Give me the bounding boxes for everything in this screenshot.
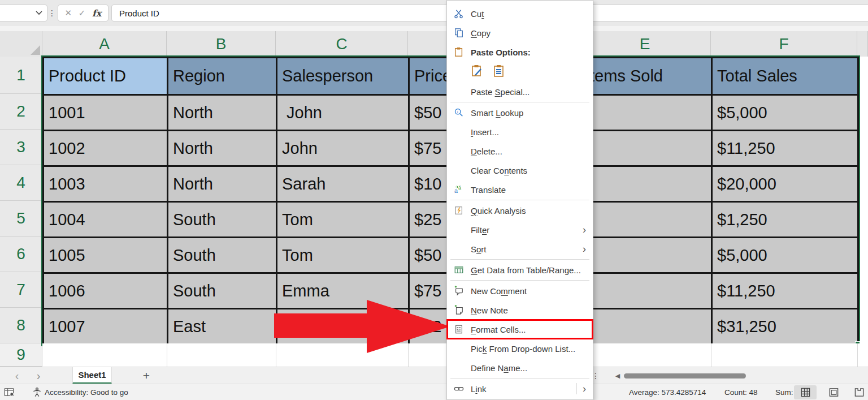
menu-item-smart-lookup[interactable]: i Smart Lookup bbox=[447, 103, 593, 122]
page-layout-view-button[interactable] bbox=[822, 385, 845, 399]
prev-sheet-button[interactable]: ‹ bbox=[11, 367, 23, 384]
table-cell[interactable]: North bbox=[168, 131, 277, 167]
horizontal-scrollbar-thumb[interactable] bbox=[624, 373, 746, 379]
table-cell[interactable] bbox=[581, 309, 713, 345]
column-header-a[interactable]: A bbox=[42, 31, 167, 57]
row-header-2[interactable]: 2 bbox=[0, 94, 42, 130]
table-cell[interactable] bbox=[581, 238, 713, 274]
header-cell[interactable]: Product ID bbox=[44, 58, 168, 96]
row-header-1[interactable]: 1 bbox=[0, 57, 42, 94]
menu-item-copy[interactable]: Copy bbox=[447, 23, 593, 42]
row-header-7[interactable]: 7 bbox=[0, 272, 42, 308]
row-header-4[interactable]: 4 bbox=[0, 165, 42, 201]
header-cell[interactable]: Region bbox=[168, 58, 277, 96]
menu-item-label: Paste Options: bbox=[471, 48, 593, 57]
table-cell[interactable]: $1,250 bbox=[713, 203, 859, 238]
menu-item-get-data-from-table[interactable]: Get Data from Table/Range... bbox=[447, 260, 593, 279]
menu-item-filter[interactable]: Filter › bbox=[447, 220, 593, 239]
menu-item-label: Translate bbox=[471, 185, 593, 195]
next-sheet-button[interactable]: › bbox=[33, 367, 44, 384]
paste-keep-formatting-icon[interactable] bbox=[471, 64, 484, 80]
table-cell[interactable] bbox=[581, 203, 713, 238]
menu-item-new-comment[interactable]: New Comment bbox=[447, 281, 593, 300]
chevron-down-icon bbox=[36, 11, 42, 15]
insert-function-button[interactable]: fx bbox=[92, 8, 101, 19]
table-cell[interactable]: 1002 bbox=[44, 131, 168, 167]
menu-item-sort[interactable]: Sort › bbox=[447, 239, 593, 259]
row-header-8[interactable]: 8 bbox=[0, 308, 42, 343]
table-cell[interactable]: East bbox=[168, 309, 277, 345]
row-header-5[interactable]: 5 bbox=[0, 201, 42, 236]
menu-item-pick-from-dropdown-list[interactable]: Pick From Drop-down List... bbox=[447, 339, 593, 358]
table-cell[interactable]: South bbox=[168, 238, 277, 274]
macro-record-icon[interactable] bbox=[4, 387, 15, 400]
table-cell[interactable]: 1001 bbox=[44, 96, 168, 131]
formula-bar-drag-dots-icon[interactable]: ⋮ bbox=[49, 5, 55, 21]
menu-item-insert[interactable]: Insert... bbox=[447, 122, 593, 141]
table-cell[interactable]: 1004 bbox=[44, 203, 168, 238]
table-cell[interactable] bbox=[277, 309, 410, 345]
row-header-9[interactable]: 9 bbox=[0, 343, 42, 367]
table-cell[interactable]: North bbox=[168, 167, 277, 203]
column-header-c[interactable]: C bbox=[276, 31, 408, 57]
select-all-corner[interactable] bbox=[0, 31, 42, 57]
column-header-e[interactable]: E bbox=[579, 31, 711, 57]
scroll-left-arrow-icon[interactable]: ◀ bbox=[614, 367, 622, 384]
table-cell[interactable]: John bbox=[277, 96, 410, 131]
table-cell[interactable]: South bbox=[168, 274, 277, 309]
add-sheet-button[interactable]: + bbox=[139, 367, 154, 384]
menu-item-link[interactable]: Link › bbox=[447, 379, 593, 398]
accessibility-icon[interactable] bbox=[32, 387, 42, 400]
menu-item-translate[interactable]: aă Translate bbox=[447, 180, 593, 199]
table-cell[interactable]: John bbox=[277, 131, 410, 167]
menu-item-format-cells[interactable]: Format Cells... bbox=[447, 320, 593, 339]
table-cell[interactable] bbox=[581, 131, 713, 167]
svg-text:i: i bbox=[457, 110, 458, 114]
page-break-preview-button[interactable] bbox=[848, 385, 868, 399]
table-cell[interactable]: South bbox=[168, 203, 277, 238]
formula-gap bbox=[0, 26, 868, 31]
cancel-button[interactable]: ✕ bbox=[65, 8, 72, 18]
table-cell[interactable]: 1005 bbox=[44, 238, 168, 274]
table-cell[interactable]: 1003 bbox=[44, 167, 168, 203]
table-cell[interactable]: $5,000 bbox=[713, 96, 859, 131]
clipboard-icon bbox=[452, 47, 466, 57]
menu-item-quick-analysis[interactable]: Quick Analysis bbox=[447, 201, 593, 220]
table-cell[interactable]: $11,250 bbox=[713, 131, 859, 167]
table-cell[interactable]: $31,250 bbox=[713, 309, 859, 345]
header-cell[interactable]: Items Sold bbox=[581, 58, 713, 96]
column-header-f[interactable]: F bbox=[711, 31, 857, 57]
table-cell[interactable]: North bbox=[168, 96, 277, 131]
menu-item-paste-special[interactable]: Paste Special... bbox=[447, 82, 593, 101]
menu-item-define-name[interactable]: Define Name... bbox=[447, 358, 593, 377]
enter-button[interactable]: ✓ bbox=[79, 8, 86, 18]
row-header-3[interactable]: 3 bbox=[0, 130, 42, 165]
table-cell[interactable] bbox=[581, 96, 713, 131]
menu-item-clear-contents[interactable]: Clear Contents bbox=[447, 161, 593, 180]
sheet-tab-sheet1[interactable]: Sheet1 bbox=[72, 367, 112, 384]
header-cell[interactable]: Total Sales bbox=[713, 58, 859, 96]
copy-icon bbox=[452, 28, 466, 38]
table-cell[interactable]: Emma bbox=[277, 274, 410, 309]
normal-view-button[interactable] bbox=[794, 385, 817, 399]
table-cell[interactable]: Sarah bbox=[277, 167, 410, 203]
menu-item-cut[interactable]: Cut bbox=[447, 4, 593, 23]
menu-item-new-note[interactable]: New Note bbox=[447, 300, 593, 320]
table-cell[interactable] bbox=[581, 167, 713, 203]
accessibility-status[interactable]: Accessibility: Good to go bbox=[45, 384, 128, 400]
table-cell[interactable] bbox=[581, 274, 713, 309]
header-cell[interactable]: Salesperson bbox=[277, 58, 410, 96]
menu-item-label: Filter bbox=[471, 225, 583, 235]
menu-item-delete[interactable]: Delete... bbox=[447, 141, 593, 161]
table-cell[interactable]: Tom bbox=[277, 238, 410, 274]
table-cell[interactable]: 1006 bbox=[44, 274, 168, 309]
table-cell[interactable]: 1007 bbox=[44, 309, 168, 345]
column-header-b[interactable]: B bbox=[167, 31, 276, 57]
table-cell[interactable]: $5,000 bbox=[713, 238, 859, 274]
paste-values-icon[interactable] bbox=[492, 64, 506, 80]
row-header-6[interactable]: 6 bbox=[0, 236, 42, 272]
name-box[interactable] bbox=[0, 5, 47, 21]
table-cell[interactable]: $20,000 bbox=[713, 167, 859, 203]
table-cell[interactable]: Tom bbox=[277, 203, 410, 238]
table-cell[interactable]: $11,250 bbox=[713, 274, 859, 309]
